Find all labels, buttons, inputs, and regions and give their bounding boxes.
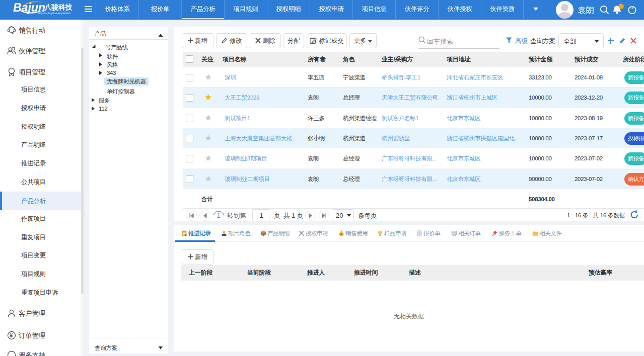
svg-text:Anyone,Anytime,Anywhere!: Anyone,Anytime,Anywhere! <box>38 12 70 15</box>
svg-text:八骏科技: 八骏科技 <box>44 3 73 11</box>
svg-text:¥: ¥ <box>10 333 13 338</box>
